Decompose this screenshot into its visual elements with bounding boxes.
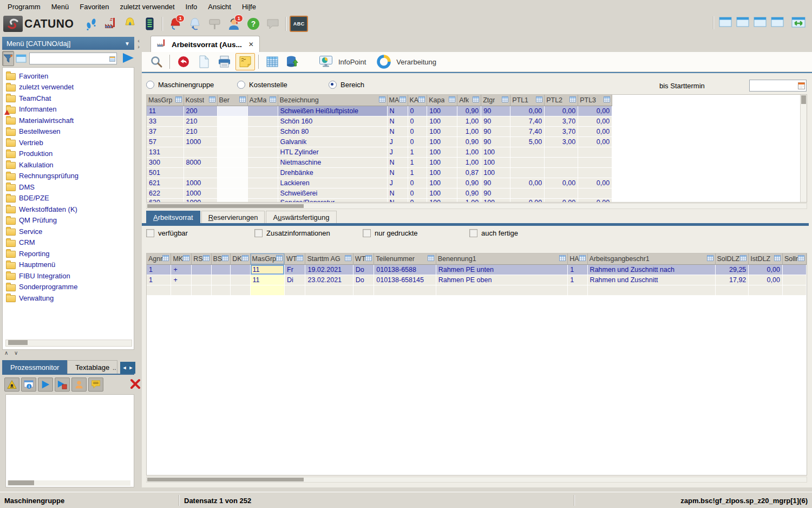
sidebar-search-input[interactable] — [29, 53, 117, 64]
column-header-masgrp[interactable]: MasGrp — [147, 95, 184, 106]
filter-icon[interactable] — [536, 96, 542, 104]
sidebar-item-rechnungspr-fung[interactable]: Rechnungsprüfung — [6, 171, 134, 182]
sidebar-item-dms[interactable]: DMS — [6, 181, 134, 193]
sidebar-item-sonderprogramme[interactable]: Sonderprogramme — [6, 282, 134, 293]
column-header-mk[interactable]: MK — [171, 253, 192, 265]
help-icon[interactable]: ? — [244, 15, 263, 32]
sidebar-item-fibu-integration[interactable]: FIBU Integration — [6, 270, 134, 282]
spellcheck-icon[interactable]: ABC — [290, 15, 308, 32]
column-header-ptl2[interactable]: PTL2 — [545, 95, 578, 106]
h-scrollbar[interactable] — [5, 340, 132, 347]
sidebar-item-service[interactable]: Service — [6, 226, 134, 237]
sidebar-item-crm[interactable]: CRM — [6, 237, 134, 249]
column-header-ka[interactable]: KA — [408, 95, 427, 106]
sidebar-item-qm-pr-fung[interactable]: QM Prüfung — [6, 215, 134, 226]
table-row[interactable]: 131HTL ZylinderJ11001,00100 — [147, 147, 612, 158]
filter-icon[interactable] — [365, 255, 372, 263]
table-view-button[interactable] — [263, 53, 282, 70]
filter-icon[interactable] — [569, 96, 576, 104]
column-header-teilenummer[interactable]: Teilenummer — [374, 253, 436, 265]
filter-icon[interactable] — [175, 96, 182, 104]
tab-arbeitsvorrat[interactable]: Arbeitsvorrat — [146, 211, 200, 224]
footprints-icon[interactable] — [82, 15, 100, 32]
tab-overflow-indicator[interactable]: .. — [113, 364, 116, 372]
filter-icon[interactable] — [473, 96, 479, 104]
window-icon[interactable] — [736, 17, 749, 29]
tab-ausw-rtsfertigung[interactable]: Auswärtsfertigung — [266, 211, 336, 224]
filter-icon[interactable] — [400, 96, 406, 104]
print-button[interactable] — [215, 53, 234, 70]
sidebar-item-reporting[interactable]: Reporting — [6, 248, 134, 259]
sidebar-item-zuletzt-verwendet[interactable]: zuletzt verwendet — [6, 82, 134, 93]
column-header-arbeitsgangbeschr1[interactable]: Arbeitsgangbeschr1 — [587, 253, 715, 265]
menu-item-hilfe[interactable]: Hilfe — [237, 1, 261, 12]
chevron-down-icon[interactable]: ▼ — [125, 41, 134, 47]
column-header-wt[interactable]: WT — [353, 253, 374, 265]
menu-item-programm[interactable]: Programm — [2, 1, 46, 12]
window-view-button[interactable] — [15, 51, 27, 66]
radio-bereich[interactable]: Bereich — [329, 81, 364, 89]
sidebar-item-bde-pze[interactable]: BDE/PZE — [6, 193, 134, 204]
filter-icon[interactable] — [428, 255, 434, 263]
sidebar-item-teamchat[interactable]: TeamChat — [6, 93, 134, 104]
close-process-icon[interactable] — [130, 379, 141, 391]
h-scrollbar[interactable] — [146, 203, 807, 209]
sidebar-item-materialwirtschaft[interactable]: Materialwirtschaft — [6, 115, 134, 126]
filter-icon[interactable] — [559, 255, 566, 263]
filter-icon[interactable] — [707, 255, 713, 263]
filter-icon[interactable] — [297, 255, 303, 263]
factory-statistics-icon[interactable] — [101, 15, 120, 32]
column-header-azma[interactable]: AzMa — [247, 95, 278, 106]
table-row[interactable]: 37210Schön 80N01001,00907,403,700,00 — [147, 127, 612, 137]
column-header-ber[interactable]: Ber — [217, 95, 247, 106]
filter-icon[interactable] — [774, 255, 781, 263]
menu-item-men[interactable]: Menü — [46, 1, 75, 12]
filter-icon[interactable] — [379, 96, 385, 104]
document-tab-arbeitsvorrat[interactable]: Arbeitsvorrat (Aus... ✕ — [150, 36, 260, 53]
filter-icon[interactable] — [604, 96, 610, 104]
panel-collapse-arrows[interactable]: ∧ ∨ — [4, 350, 20, 356]
column-header-istdlz[interactable]: IstDLZ — [749, 253, 783, 265]
alarm-bell-icon[interactable]: 1 — [166, 15, 185, 32]
sidebar-item-verwaltung[interactable]: Verwaltung — [6, 292, 134, 304]
column-header-bezeichnung[interactable]: Bezeichnung — [278, 95, 387, 106]
search-go-button[interactable] — [121, 52, 135, 66]
tab-textablage[interactable]: Textablage — [67, 360, 117, 374]
filter-icon[interactable] — [222, 255, 228, 263]
support-agent-icon[interactable]: 1 — [225, 15, 243, 32]
table-row[interactable]: 6301000Service/ReparaturN01001,001000,00… — [147, 199, 612, 203]
filter-icon[interactable] — [579, 255, 586, 263]
sidebar-item-kalkulation[interactable]: Kalkulation — [6, 159, 134, 171]
column-header-ha[interactable]: HA — [568, 253, 587, 265]
input-options-icon[interactable] — [109, 55, 115, 63]
menu-item-info[interactable]: Info — [180, 1, 203, 12]
sidebar-item-vertrieb[interactable]: Vertrieb — [6, 137, 134, 148]
column-header-rs[interactable]: RS — [192, 253, 211, 265]
filter-icon[interactable] — [418, 96, 425, 104]
column-header-kapa[interactable]: Kapa — [427, 95, 457, 106]
column-header-wt[interactable]: WT — [285, 253, 305, 265]
filter-icon[interactable] — [203, 255, 209, 263]
new-document-button[interactable] — [194, 53, 214, 70]
filter-icon[interactable] — [239, 96, 246, 104]
close-icon[interactable]: ✕ — [248, 41, 254, 48]
notes-button[interactable] — [235, 53, 255, 70]
column-header-dk[interactable]: DK — [231, 253, 250, 265]
radio-maschinengruppe[interactable]: Maschinengruppe — [146, 81, 214, 89]
filter-icon[interactable] — [183, 255, 189, 263]
sidebar-item-werkstoffdaten-k[interactable]: Werkstoffdaten (K) — [6, 204, 134, 215]
sidebar-item-favoriten[interactable]: Favoriten — [6, 70, 134, 82]
column-header-bs[interactable]: BS — [211, 253, 231, 265]
stop-process-icon[interactable] — [55, 377, 70, 392]
scrollbar-thumb[interactable] — [147, 478, 304, 481]
sidebar-header[interactable]: Menü [CATUNO/daj] ▼ — [2, 37, 134, 50]
filter-icon[interactable] — [270, 96, 276, 104]
window-icon[interactable] — [771, 17, 784, 29]
info-window-icon[interactable]: i — [21, 377, 36, 392]
table-row[interactable]: 1+11Di23.02.2021Do010138-658145Rahmen PE… — [147, 275, 807, 285]
checkbox-auch-fertige[interactable]: auch fertige — [469, 229, 518, 237]
table-row[interactable]: 6211000LackierenJ01000,90900,000,000,00 — [147, 178, 612, 188]
column-header-sollr[interactable]: Sollr — [782, 253, 806, 265]
notification-subscribe-icon[interactable] — [121, 15, 139, 32]
column-header-kostst[interactable]: Kostst — [184, 95, 217, 106]
